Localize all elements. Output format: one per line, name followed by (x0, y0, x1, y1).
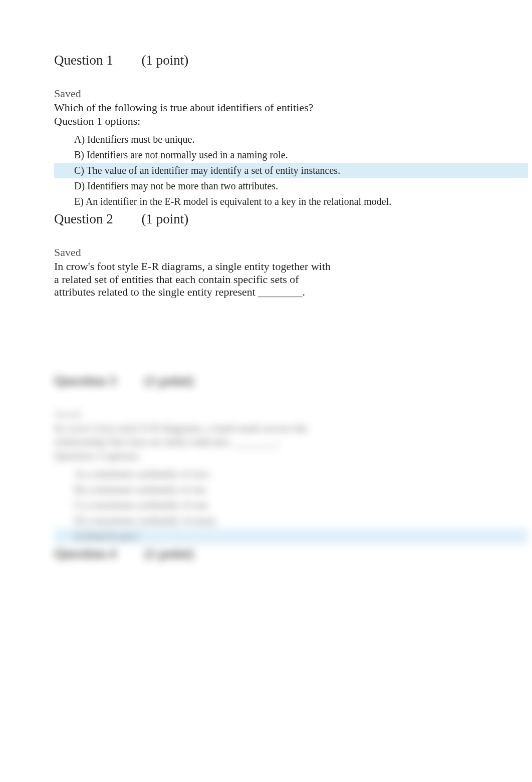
question-3-option-c: C) a maximum cardinality of one. (54, 497, 478, 513)
question-4-number: Question 4 (54, 546, 116, 562)
question-1-number: Question 1 (54, 53, 113, 68)
question-1-option-a[interactable]: A) Identifiers must be unique. (54, 132, 478, 147)
question-3-option-d: D) a maximum cardinality of many. (54, 513, 478, 529)
question-1-options: A) Identifiers must be unique. B) Identi… (54, 132, 478, 209)
question-3-option-e: E) Both B and C (54, 529, 528, 544)
question-3-header: Question 3 (1 point) (54, 373, 478, 389)
question-2-text: In crow's foot style E-R diagrams, a sin… (54, 260, 335, 298)
question-1-option-c[interactable]: C) The value of an identifier may identi… (54, 163, 528, 178)
question-3-points: (1 point) (145, 373, 194, 389)
question-3-option-a: A) a minimum cardinality of zero. (54, 466, 478, 482)
question-1-options-label: Question 1 options: (54, 115, 478, 128)
question-3-number: Question 3 (54, 373, 116, 389)
question-2-header: Question 2 (1 point) (54, 211, 478, 227)
question-4-header: Question 4 (1 point) (54, 546, 478, 562)
question-3-text-line1: In crow's foot style E-R diagrams, a has… (54, 422, 478, 434)
question-1-option-b[interactable]: B) Identifiers are not normally used in … (54, 147, 478, 163)
question-1-option-e[interactable]: E) An identifier in the E-R model is equ… (54, 194, 478, 209)
question-3-text-line2: relationship line near an entity indicat… (54, 435, 478, 448)
question-1-points: (1 point) (142, 53, 189, 68)
question-2-saved-status: Saved (54, 246, 478, 259)
question-1-saved-status: Saved (54, 87, 478, 100)
question-3-options: A) a minimum cardinality of zero. B) a m… (54, 466, 478, 544)
question-3-saved-status: Saved (54, 408, 478, 421)
question-1-option-d[interactable]: D) Identifiers may not be more than two … (54, 178, 478, 194)
question-4-points: (1 point) (145, 546, 194, 562)
blurred-content: Question 3 (1 point) Saved In crow's foo… (54, 373, 478, 562)
question-3-options-label: Question 3 options: (54, 449, 478, 462)
question-3-option-b: B) a minimum cardinality of one. (54, 482, 478, 497)
question-2-number: Question 2 (54, 211, 113, 227)
question-1-text: Which of the following is true about ide… (54, 101, 478, 114)
question-1-header: Question 1 (1 point) (54, 53, 478, 68)
question-2-points: (1 point) (142, 211, 189, 227)
